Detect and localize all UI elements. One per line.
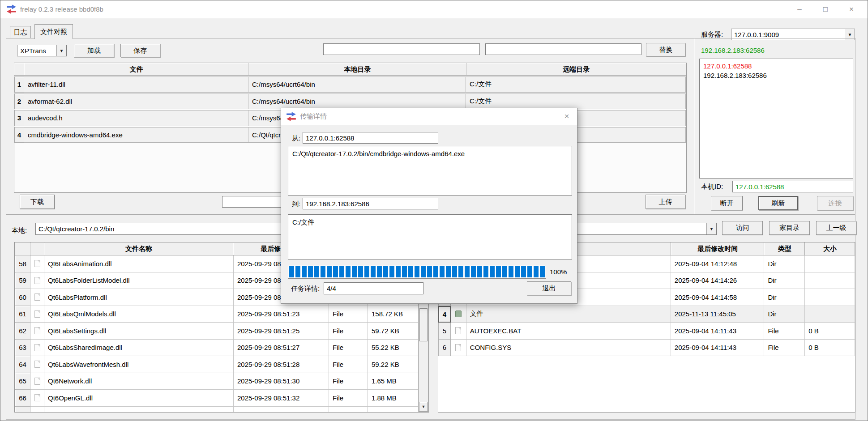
window-title: frelay 0.2.3 release bbd0f8b: [20, 5, 103, 13]
col-header-size[interactable]: 大小: [805, 242, 855, 255]
maximize-button[interactable]: □: [817, 3, 834, 16]
mtime-cell: [234, 407, 329, 413]
file-icon: [30, 407, 44, 413]
to-label: 到:: [292, 200, 300, 208]
mtime-cell: 2025-09-04 14:12:48: [671, 255, 765, 272]
upload-button[interactable]: 上传: [646, 195, 685, 209]
type-cell: File: [329, 323, 368, 340]
file-icon: [30, 340, 44, 357]
size-cell: [368, 407, 419, 413]
col-header-filename[interactable]: 文件名称: [44, 242, 233, 255]
dialog-title-bar: 传输详情 ×: [281, 108, 577, 125]
minimize-button[interactable]: –: [791, 3, 808, 16]
scrollbar-thumb[interactable]: [419, 308, 428, 341]
replace-input[interactable]: [485, 43, 641, 55]
mtime-cell: 2025-09-29 08:51:23: [234, 306, 329, 323]
source-path-textarea[interactable]: C:/Qt/qtcreator-17.0.2/bin/cmdbridge-win…: [288, 146, 572, 196]
preset-combo-dropdown-icon[interactable]: ▼: [56, 45, 66, 56]
search-input[interactable]: [323, 43, 480, 55]
replace-button[interactable]: 替换: [646, 43, 685, 56]
dialog-title: 传输详情: [300, 112, 327, 121]
col-header-mtime[interactable]: 最后修改时间: [671, 242, 765, 255]
mtime-cell: 2025-09-04 14:11:43: [671, 340, 765, 357]
type-cell: File: [764, 340, 805, 357]
load-button[interactable]: 加载: [74, 44, 114, 57]
mtime-cell: 2025-09-29 08:51:27: [234, 340, 329, 357]
filename-cell: Qt6LabsQmlModels.dll: [44, 306, 234, 323]
row-number: 66: [15, 390, 30, 407]
task-details-label: 任务详情:: [291, 285, 320, 293]
exit-button[interactable]: 退出: [527, 281, 571, 295]
close-button[interactable]: ×: [843, 3, 860, 16]
col-header-type[interactable]: 类型: [764, 242, 805, 255]
row-number: 59: [15, 272, 30, 289]
to-input[interactable]: [303, 198, 438, 209]
connect-button[interactable]: 连接: [817, 196, 853, 210]
disconnect-button[interactable]: 断开: [711, 196, 743, 210]
compare-table-header: 文件 本地目录 远端目录: [14, 63, 686, 76]
row-number: 3: [14, 110, 24, 126]
type-cell: File: [329, 306, 368, 323]
download-button[interactable]: 下载: [20, 195, 55, 209]
type-cell: File: [329, 356, 368, 373]
filename-cell: Qt6LabsAnimation.dll: [44, 255, 234, 272]
server-address-combo[interactable]: 127.0.0.1:9009 ▼: [731, 29, 855, 40]
table-row[interactable]: 63 Qt6LabsSharedImage.dll 2025-09-29 08:…: [15, 340, 428, 357]
tab-file-compare[interactable]: 文件对照: [34, 24, 73, 39]
mtime-cell: 2025-09-04 14:14:58: [671, 289, 765, 306]
table-row[interactable]: 61 Qt6LabsQmlModels.dll 2025-09-29 08:51…: [15, 306, 428, 323]
file-icon: [451, 340, 466, 357]
table-row-selected[interactable]: 4 文件 2025-11-13 11:45:05 Dir: [438, 306, 855, 323]
col-header-remote-dir[interactable]: 远端目录: [466, 63, 686, 76]
type-cell: Dir: [764, 289, 805, 306]
size-cell: 1.88 MB: [368, 390, 419, 407]
row-number: 58: [15, 255, 30, 272]
visit-button[interactable]: 访问: [722, 221, 763, 235]
size-cell: 55.22 KB: [368, 340, 419, 357]
table-row[interactable]: 62 Qt6LabsSettings.dll 2025-09-29 08:51:…: [15, 323, 428, 340]
col-header-local-dir[interactable]: 本地目录: [248, 63, 466, 76]
home-dir-button[interactable]: 家目录: [769, 221, 810, 235]
local-path-dropdown-icon[interactable]: ▼: [706, 223, 716, 234]
type-cell: File: [329, 340, 368, 357]
task-details-input[interactable]: [324, 282, 423, 294]
client-item-self[interactable]: 127.0.0.1:62588: [703, 61, 849, 71]
file-icon: [451, 323, 466, 340]
file-icon: [30, 255, 44, 272]
row-number: 5: [438, 323, 451, 340]
col-header-file[interactable]: 文件: [24, 63, 248, 76]
type-cell: Dir: [764, 272, 805, 289]
mtime-cell: 2025-09-04 14:14:26: [671, 272, 765, 289]
file-icon: [30, 356, 44, 373]
table-row[interactable]: 5 AUTOEXEC.BAT 2025-09-04 14:11:43 File …: [438, 323, 855, 340]
table-row[interactable]: 66 Qt6OpenGL.dll 2025-09-29 08:51:32 Fil…: [15, 390, 428, 407]
table-row[interactable]: 6 CONFIG.SYS 2025-09-04 14:11:43 File 0 …: [438, 340, 855, 357]
filename-cell: Qt6LabsSharedImage.dll: [44, 340, 234, 357]
scroll-down-arrow-icon[interactable]: ▼: [419, 402, 428, 412]
client-list[interactable]: 127.0.0.1:62588 192.168.2.183:62586: [699, 59, 853, 179]
file-icon: [30, 390, 44, 407]
filename-cell: Qt6Network.dll: [44, 373, 234, 390]
client-item-peer[interactable]: 192.168.2.183:62586: [703, 71, 849, 80]
preset-combo[interactable]: XPTrans ▼: [17, 45, 67, 56]
row-number: 61: [15, 306, 30, 323]
size-cell: [805, 306, 855, 323]
table-row-partial: [15, 407, 428, 413]
dialog-close-icon[interactable]: ×: [560, 110, 573, 123]
tab-log[interactable]: 日志: [10, 26, 31, 38]
table-row[interactable]: 64 Qt6LabsWavefrontMesh.dll 2025-09-29 0…: [15, 356, 428, 373]
type-cell: File: [329, 373, 368, 390]
from-input[interactable]: [303, 132, 438, 144]
row-number: 64: [15, 356, 30, 373]
filename-cell: Qt6OpenGL.dll: [44, 390, 234, 407]
title-bar: frelay 0.2.3 release bbd0f8b – □ ×: [0, 0, 868, 18]
table-row[interactable]: 2 avformat-62.dll C:/msys64/ucrt64/bin C…: [14, 94, 686, 110]
file-cell: cmdbridge-windows-amd64.exe: [24, 127, 248, 143]
save-button[interactable]: 保存: [120, 44, 160, 57]
up-level-button[interactable]: 上一级: [816, 221, 856, 235]
name-cell: AUTOEXEC.BAT: [466, 323, 671, 340]
table-row[interactable]: 65 Qt6Network.dll 2025-09-29 08:51:30 Fi…: [15, 373, 428, 390]
table-row[interactable]: 1 avfilter-11.dll C:/msys64/ucrt64/bin C…: [14, 77, 686, 93]
refresh-button[interactable]: 刷新: [758, 196, 798, 210]
dest-path-textarea[interactable]: C:/文件: [288, 214, 572, 259]
